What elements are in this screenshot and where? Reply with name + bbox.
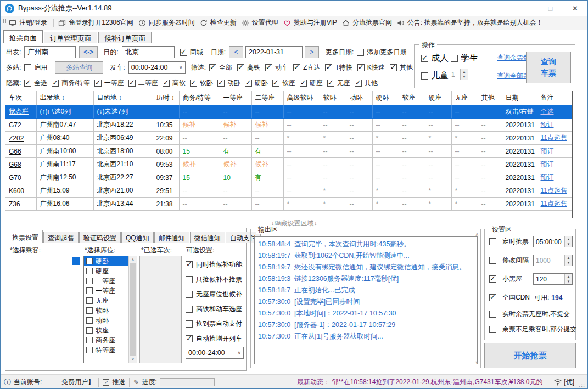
seat-option[interactable]: 硬座 [84, 266, 128, 276]
column-header[interactable]: 其他 [478, 91, 502, 105]
seat-option[interactable]: 一等座 [84, 286, 128, 296]
seat-option[interactable]: 无座 [84, 296, 128, 306]
blackroom-stepper[interactable]: 120▲▼ [533, 273, 573, 285]
output-log[interactable]: 10:58:48:4 查询完毕，本次查询共用时:435毫秒。10:58:19:7… [254, 236, 478, 364]
column-header[interactable]: 商务/特等 [179, 91, 220, 105]
main-tab[interactable]: 抢票页面 [3, 30, 43, 43]
column-header[interactable]: 软卧 [320, 91, 346, 105]
column-header[interactable]: 历时 ↕ [153, 91, 179, 105]
train-number-cell[interactable]: G72 [5, 119, 36, 132]
seat-option[interactable]: 二等座 [84, 276, 128, 286]
seat-option[interactable]: 商务座 [84, 335, 128, 345]
multi-enable-checkbox[interactable]: 启用 [24, 63, 47, 72]
column-header[interactable]: 备注 [537, 91, 572, 105]
column-header[interactable]: 高级软卧 [283, 91, 320, 105]
partial-submit-checkbox[interactable]: 余票不足乘客时,部分提交 [489, 325, 576, 334]
column-header[interactable]: 软座 [399, 91, 425, 105]
remark-link-cell[interactable]: 预订 [537, 145, 572, 158]
train-row[interactable]: G66广州南10:00北京西18:0008:0015有有------------… [5, 145, 572, 158]
seat-option[interactable]: 软卧 [84, 306, 128, 315]
scroll-down-icon[interactable]: ∨ [475, 360, 479, 365]
column-header[interactable]: 硬卧 [372, 91, 399, 105]
train-number-cell[interactable]: K600 [5, 184, 36, 198]
seat-option[interactable]: 硬卧 [84, 256, 128, 266]
train-number-cell[interactable]: Z36 [5, 198, 36, 211]
column-header[interactable]: 出发地 ↕ [36, 91, 93, 105]
student-checkbox[interactable]: 学生 [451, 53, 478, 64]
remark-link-cell[interactable]: 11点起售 [537, 198, 572, 211]
next-date-button[interactable]: > [305, 46, 319, 58]
date-input[interactable]: 2022-01-31 [245, 46, 303, 58]
train-type-checkbox[interactable]: 高铁 [237, 63, 260, 72]
train-row[interactable]: Z202广州08:40北京西06:4922:09------**--*--**-… [5, 132, 572, 145]
column-header[interactable]: 日期 [502, 91, 537, 105]
remark-link-cell[interactable]: 预订 [537, 119, 572, 132]
adult-checkbox[interactable]: 成人 [421, 53, 449, 64]
hide-column-checkbox[interactable]: 硬座 [300, 78, 323, 88]
hide-column-checkbox[interactable]: 二等座 [128, 78, 158, 88]
status-row[interactable]: 状态栏(↑)已选0列(↓)未选7列--------------------双击/… [5, 105, 572, 119]
grab-time-range-dropdown[interactable]: 00:00-24:00∨ [186, 347, 244, 359]
passenger-list[interactable] [9, 256, 81, 363]
sync-time-button[interactable]: 同步服务器时间 [138, 18, 195, 27]
settings-tab[interactable]: 查询起售 [43, 232, 79, 243]
toolbar-grip[interactable] [3, 19, 6, 27]
train-row[interactable]: Z36广州16:06北京西13:4421:38------**--*--**--… [5, 198, 572, 211]
seat-option[interactable]: 特等座 [84, 345, 128, 355]
add-more-dates-checkbox[interactable]: 添加更多日期 [357, 48, 406, 57]
train-type-checkbox[interactable]: 动车 [265, 63, 288, 72]
hide-column-checkbox[interactable]: 硬卧 [245, 78, 268, 88]
train-number-cell[interactable]: G68 [5, 158, 36, 171]
column-header[interactable]: 车次 [5, 91, 36, 105]
column-header[interactable]: 动卧 [346, 91, 372, 105]
timed-grab-checkbox[interactable]: 定时抢票 [489, 237, 529, 246]
train-row[interactable]: G68广州南11:17北京西21:1009:53候补候补候补----------… [5, 158, 572, 171]
column-header[interactable]: 一等座 [220, 91, 251, 105]
multi-station-query-button[interactable]: 多站查询 [55, 61, 103, 74]
train-number-cell[interactable]: 状态栏 [5, 105, 36, 119]
option-checkbox[interactable]: 高铁和动车选座 [186, 305, 242, 314]
same-city-checkbox[interactable]: 同城 [180, 48, 203, 57]
train-number-cell[interactable]: G66 [5, 145, 36, 158]
blackroom-checkbox[interactable]: 小黑屋 [489, 274, 522, 284]
open-12306-button[interactable]: 免登录打开12306官网 [58, 18, 133, 27]
dest-input[interactable]: 北京 [122, 46, 175, 58]
swap-stations-button[interactable]: <-> [79, 46, 98, 58]
start-grab-button[interactable]: 开始抢票 [484, 343, 576, 368]
prev-date-button[interactable]: < [229, 46, 243, 58]
interval-checkbox[interactable]: 修改间隔 [489, 256, 529, 265]
logout-login-button[interactable]: 注销/登录 [9, 18, 47, 27]
settings-tab[interactable]: 抢票设置 [8, 230, 43, 243]
train-type-checkbox[interactable]: 全部 [209, 63, 232, 72]
hide-column-checkbox[interactable]: 软卧 [190, 78, 213, 88]
hide-column-checkbox[interactable]: 商务/特等 [52, 78, 89, 88]
train-type-checkbox[interactable]: Z直达 [293, 63, 320, 72]
child-count-stepper[interactable]: 1 ▲▼ [449, 69, 468, 80]
column-header[interactable]: 目的地 ↕ [93, 91, 153, 105]
resize-grip[interactable]: .:: [579, 381, 585, 388]
query-tickets-button[interactable]: 查询 车票 [526, 52, 571, 83]
scroll-up-icon[interactable]: ∧ [475, 232, 479, 237]
main-tab[interactable]: 候补订单页面 [98, 32, 152, 43]
depart-time-dropdown[interactable]: 00:00-24:00∨ [128, 61, 186, 74]
hide-column-checkbox[interactable]: 一等座 [94, 78, 124, 88]
timed-grab-stepper[interactable]: 05:00:00▲▼ [533, 236, 573, 247]
scroll-down-icon[interactable]: ∨ [131, 357, 135, 362]
hide-column-checkbox[interactable]: 全选 [24, 78, 47, 88]
child-checkbox[interactable]: 儿童 [421, 70, 449, 82]
column-header[interactable]: 二等座 [251, 91, 283, 105]
remark-link-cell[interactable]: 11点起售 [537, 184, 572, 198]
minimize-button[interactable]: — [513, 1, 538, 16]
settings-tab[interactable]: QQ通知 [121, 232, 154, 243]
check-update-button[interactable]: 检查更新 [200, 18, 237, 27]
seat-option[interactable]: 软座 [84, 325, 128, 335]
option-checkbox[interactable]: 抢到票自动支付 [186, 319, 242, 329]
scroll-up-icon[interactable]: ∧ [131, 257, 135, 262]
settings-tab[interactable]: 验证码设置 [79, 232, 121, 243]
seat-list-scrollbar[interactable]: ∧∨ [128, 256, 137, 363]
cdn-checkbox[interactable]: 全国CDN [489, 293, 530, 302]
column-header[interactable]: 无座 [451, 91, 478, 105]
proxy-settings-button[interactable]: 设置代理 [242, 18, 278, 27]
remark-link-cell[interactable]: 预订 [537, 158, 572, 171]
remark-link-cell[interactable]: 11点起售 [537, 132, 572, 145]
